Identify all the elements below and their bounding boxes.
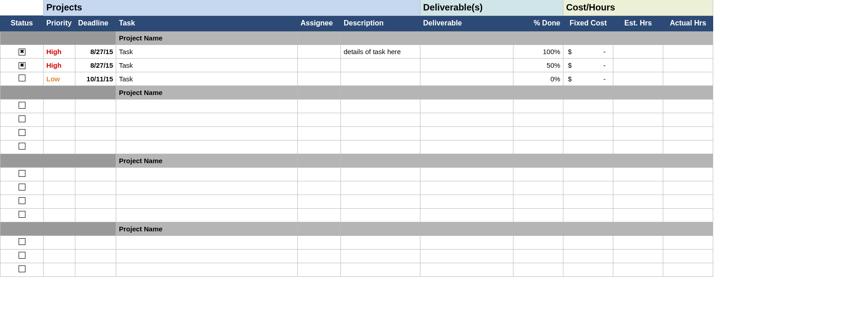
status-cell[interactable] bbox=[0, 99, 44, 113]
description-cell[interactable] bbox=[341, 140, 420, 154]
status-checkbox-icon[interactable] bbox=[19, 184, 25, 190]
assignee-cell[interactable] bbox=[298, 208, 341, 222]
description-cell[interactable] bbox=[341, 249, 420, 263]
description-cell[interactable] bbox=[341, 99, 420, 113]
pct-done-cell[interactable]: 50% bbox=[513, 58, 563, 72]
status-cell[interactable] bbox=[0, 195, 44, 208]
fixed-cost-cell[interactable] bbox=[563, 263, 613, 276]
task-row[interactable] bbox=[0, 140, 713, 154]
description-cell[interactable] bbox=[341, 208, 420, 222]
est-hrs-cell[interactable] bbox=[613, 99, 663, 113]
task-row[interactable] bbox=[0, 167, 713, 181]
task-cell[interactable] bbox=[116, 249, 298, 263]
status-checkbox-icon[interactable] bbox=[19, 129, 25, 136]
assignee-cell[interactable] bbox=[298, 195, 341, 208]
deliverable-cell[interactable] bbox=[420, 249, 513, 263]
task-cell[interactable] bbox=[116, 126, 298, 140]
status-checkbox-icon[interactable] bbox=[19, 211, 25, 218]
actual-hrs-cell[interactable] bbox=[663, 263, 713, 276]
task-row[interactable]: High8/27/15Task50%$- bbox=[0, 58, 713, 72]
deadline-cell[interactable] bbox=[75, 140, 116, 154]
deliverable-cell[interactable] bbox=[420, 235, 513, 249]
priority-cell[interactable] bbox=[44, 208, 75, 222]
col-est-hrs[interactable]: Est. Hrs bbox=[613, 15, 663, 31]
est-hrs-cell[interactable] bbox=[613, 126, 663, 140]
task-cell[interactable]: Task bbox=[116, 45, 298, 58]
priority-cell[interactable] bbox=[44, 140, 75, 154]
actual-hrs-cell[interactable] bbox=[663, 45, 713, 58]
fixed-cost-cell[interactable]: $- bbox=[563, 45, 613, 58]
priority-cell[interactable] bbox=[44, 181, 75, 195]
status-checkbox-icon[interactable] bbox=[19, 238, 25, 245]
fixed-cost-cell[interactable] bbox=[563, 126, 613, 140]
status-cell[interactable] bbox=[0, 235, 44, 249]
status-cell[interactable] bbox=[0, 58, 44, 72]
task-row[interactable]: High8/27/15Taskdetails of task here100%$… bbox=[0, 45, 713, 58]
pct-done-cell[interactable] bbox=[513, 249, 563, 263]
status-checkbox-icon[interactable] bbox=[19, 143, 25, 150]
deliverable-cell[interactable] bbox=[420, 167, 513, 181]
status-cell[interactable] bbox=[0, 113, 44, 126]
description-cell[interactable] bbox=[341, 167, 420, 181]
task-cell[interactable]: Task bbox=[116, 72, 298, 85]
fixed-cost-cell[interactable] bbox=[563, 99, 613, 113]
task-cell[interactable] bbox=[116, 235, 298, 249]
actual-hrs-cell[interactable] bbox=[663, 99, 713, 113]
task-row[interactable] bbox=[0, 249, 713, 263]
deliverable-cell[interactable] bbox=[420, 58, 513, 72]
fixed-cost-cell[interactable]: $- bbox=[563, 58, 613, 72]
status-checkbox-icon[interactable] bbox=[19, 102, 25, 109]
col-description[interactable]: Description bbox=[341, 15, 420, 31]
project-name-cell[interactable]: Project Name bbox=[116, 85, 298, 99]
task-row[interactable] bbox=[0, 208, 713, 222]
pct-done-cell[interactable]: 0% bbox=[513, 72, 563, 85]
col-fixed-cost[interactable]: Fixed Cost bbox=[563, 15, 613, 31]
description-cell[interactable] bbox=[341, 263, 420, 276]
project-group-row[interactable]: Project Name bbox=[0, 222, 713, 235]
task-cell[interactable] bbox=[116, 208, 298, 222]
fixed-cost-cell[interactable] bbox=[563, 195, 613, 208]
actual-hrs-cell[interactable] bbox=[663, 72, 713, 85]
task-row[interactable] bbox=[0, 113, 713, 126]
pct-done-cell[interactable] bbox=[513, 126, 563, 140]
deadline-cell[interactable]: 8/27/15 bbox=[75, 45, 116, 58]
est-hrs-cell[interactable] bbox=[613, 72, 663, 85]
actual-hrs-cell[interactable] bbox=[663, 140, 713, 154]
description-cell[interactable] bbox=[341, 181, 420, 195]
pct-done-cell[interactable] bbox=[513, 167, 563, 181]
project-group-row[interactable]: Project Name bbox=[0, 31, 713, 45]
assignee-cell[interactable] bbox=[298, 72, 341, 85]
est-hrs-cell[interactable] bbox=[613, 167, 663, 181]
priority-cell[interactable] bbox=[44, 235, 75, 249]
priority-cell[interactable]: Low bbox=[44, 72, 75, 85]
est-hrs-cell[interactable] bbox=[613, 58, 663, 72]
priority-cell[interactable] bbox=[44, 249, 75, 263]
priority-cell[interactable] bbox=[44, 195, 75, 208]
col-status[interactable]: Status bbox=[0, 15, 44, 31]
fixed-cost-cell[interactable]: $- bbox=[563, 72, 613, 85]
deadline-cell[interactable] bbox=[75, 113, 116, 126]
project-group-row[interactable]: Project Name bbox=[0, 85, 713, 99]
deadline-cell[interactable]: 8/27/15 bbox=[75, 58, 116, 72]
est-hrs-cell[interactable] bbox=[613, 235, 663, 249]
pct-done-cell[interactable] bbox=[513, 181, 563, 195]
fixed-cost-cell[interactable] bbox=[563, 113, 613, 126]
est-hrs-cell[interactable] bbox=[613, 195, 663, 208]
deliverable-cell[interactable] bbox=[420, 140, 513, 154]
assignee-cell[interactable] bbox=[298, 235, 341, 249]
priority-cell[interactable]: High bbox=[44, 58, 75, 72]
task-cell[interactable] bbox=[116, 99, 298, 113]
status-cell[interactable] bbox=[0, 72, 44, 85]
actual-hrs-cell[interactable] bbox=[663, 167, 713, 181]
pct-done-cell[interactable] bbox=[513, 99, 563, 113]
deadline-cell[interactable] bbox=[75, 208, 116, 222]
est-hrs-cell[interactable] bbox=[613, 140, 663, 154]
project-name-cell[interactable]: Project Name bbox=[116, 154, 298, 167]
deadline-cell[interactable] bbox=[75, 167, 116, 181]
assignee-cell[interactable] bbox=[298, 113, 341, 126]
status-cell[interactable] bbox=[0, 181, 44, 195]
status-checkbox-icon[interactable] bbox=[19, 252, 25, 259]
deliverable-cell[interactable] bbox=[420, 45, 513, 58]
est-hrs-cell[interactable] bbox=[613, 45, 663, 58]
fixed-cost-cell[interactable] bbox=[563, 167, 613, 181]
